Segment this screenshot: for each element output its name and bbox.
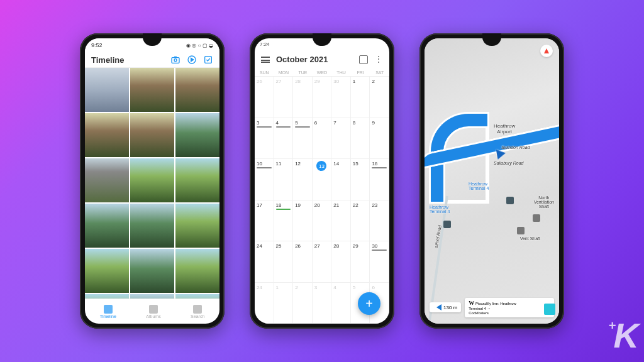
- calendar-day[interactable]: 7: [331, 118, 351, 160]
- play-icon[interactable]: [187, 55, 197, 65]
- search-icon: [193, 305, 202, 314]
- photo-thumbnail[interactable]: [130, 158, 174, 202]
- photo-thumbnail[interactable]: [85, 113, 129, 157]
- albums-icon: [149, 305, 158, 314]
- add-event-button[interactable]: +: [358, 292, 380, 315]
- calendar-day[interactable]: 3: [313, 283, 332, 324]
- distance-badge[interactable]: 130 m: [430, 302, 461, 312]
- calendar-day[interactable]: 5: [293, 118, 313, 160]
- calendar-grid[interactable]: 2627282930123 4 5 678910 111213141516 17…: [255, 77, 389, 324]
- photo-thumbnail[interactable]: [175, 158, 219, 202]
- calendar-day[interactable]: 23: [370, 200, 389, 242]
- status-time: 7:24: [260, 41, 270, 47]
- calendar-day[interactable]: 26: [255, 77, 274, 118]
- nav-search[interactable]: Search: [191, 305, 204, 319]
- calendar-day[interactable]: 13: [313, 159, 332, 200]
- photo-thumbnail[interactable]: [130, 68, 174, 112]
- map-screen[interactable]: HeathrowAirport Swindon Road Salisbury R…: [425, 38, 559, 324]
- calendar-day[interactable]: 29: [351, 241, 370, 283]
- calendar-day[interactable]: 4: [274, 118, 294, 160]
- photo-thumbnail[interactable]: [85, 294, 129, 299]
- calendar-day[interactable]: 10: [255, 159, 274, 200]
- photo-thumbnail[interactable]: [175, 68, 219, 112]
- day-number: 20: [314, 202, 330, 208]
- calendar-day[interactable]: 11: [274, 159, 294, 200]
- photo-thumbnail[interactable]: [175, 249, 219, 293]
- wikipedia-callout[interactable]: W Piccadilly line: HeathrowTerminal 4 →C…: [465, 298, 554, 317]
- building-icon[interactable]: [544, 304, 555, 315]
- photo-thumbnail[interactable]: [130, 204, 174, 248]
- calendar-day[interactable]: 30: [331, 77, 351, 118]
- calendar-day[interactable]: 29: [313, 77, 332, 118]
- photo-thumbnail[interactable]: [85, 249, 129, 293]
- calendar-day[interactable]: 30: [370, 241, 389, 283]
- calendar-day[interactable]: 28: [331, 241, 351, 283]
- nav-albums[interactable]: Albums: [146, 305, 160, 319]
- day-number: 16: [372, 161, 387, 167]
- calendar-day[interactable]: 9: [370, 118, 389, 160]
- calendar-day[interactable]: 26: [293, 241, 313, 283]
- camera-icon[interactable]: [170, 55, 180, 65]
- calendar-day[interactable]: 2: [370, 77, 389, 118]
- photo-thumbnail[interactable]: [175, 204, 219, 248]
- day-number: 6: [314, 120, 330, 126]
- calendar-day[interactable]: 17: [255, 200, 274, 242]
- compass-icon[interactable]: [540, 45, 553, 57]
- calendar-day[interactable]: 12: [293, 159, 313, 200]
- photo-thumbnail[interactable]: [85, 68, 129, 112]
- overflow-icon[interactable]: ⋮: [374, 58, 383, 60]
- calendar-day[interactable]: 22: [351, 200, 370, 242]
- calendar-event[interactable]: [276, 209, 291, 210]
- transit-icon[interactable]: [506, 197, 514, 204]
- map-label-heathrow: HeathrowAirport: [494, 123, 515, 134]
- day-number: 28: [295, 79, 310, 84]
- calendar-day[interactable]: 27: [313, 241, 332, 283]
- calendar-day[interactable]: 14: [331, 159, 351, 200]
- photo-thumbnail[interactable]: [85, 204, 129, 248]
- photo-thumbnail[interactable]: [130, 294, 174, 299]
- nav-timeline[interactable]: Timeline: [100, 305, 116, 319]
- weekday-label: THU: [331, 70, 351, 75]
- calendar-day[interactable]: 4: [331, 283, 351, 324]
- calendar-event[interactable]: [372, 167, 387, 168]
- calendar-day[interactable]: 25: [274, 241, 294, 283]
- poi-icon[interactable]: [517, 227, 525, 234]
- check-icon[interactable]: [203, 55, 213, 65]
- calendar-day[interactable]: 20: [313, 200, 332, 242]
- calendar-event[interactable]: [276, 126, 291, 128]
- calendar-day[interactable]: 19: [293, 200, 313, 242]
- transit-icon[interactable]: [443, 221, 451, 228]
- calendar-event[interactable]: [295, 126, 310, 128]
- calendar-day[interactable]: 16: [370, 159, 389, 200]
- today-icon[interactable]: [359, 55, 368, 64]
- calendar-event[interactable]: [257, 126, 272, 128]
- day-number: 5: [295, 120, 310, 126]
- menu-icon[interactable]: [261, 57, 270, 63]
- timeline-icon: [104, 305, 113, 314]
- calendar-day[interactable]: 24: [255, 241, 274, 283]
- photo-thumbnail[interactable]: [175, 113, 219, 157]
- calendar-event[interactable]: [372, 250, 387, 251]
- photo-thumbnail[interactable]: [175, 294, 219, 299]
- day-number: 5: [353, 285, 368, 290]
- calendar-day[interactable]: 15: [351, 159, 370, 200]
- photo-grid[interactable]: [85, 68, 219, 299]
- calendar-day[interactable]: 2: [293, 283, 313, 324]
- photo-thumbnail[interactable]: [85, 158, 129, 202]
- calendar-day[interactable]: 24: [255, 283, 274, 324]
- calendar-day[interactable]: 6: [313, 118, 332, 160]
- poi-icon[interactable]: [533, 214, 540, 222]
- weekday-label: SUN: [255, 70, 274, 75]
- calendar-day[interactable]: 1: [351, 77, 370, 118]
- calendar-day[interactable]: 18: [274, 200, 294, 242]
- calendar-day[interactable]: 8: [351, 118, 370, 160]
- month-title[interactable]: October 2021: [276, 55, 353, 64]
- calendar-day[interactable]: 28: [293, 77, 313, 118]
- photo-thumbnail[interactable]: [130, 113, 174, 157]
- photo-thumbnail[interactable]: [130, 249, 174, 293]
- calendar-day[interactable]: 1: [274, 283, 294, 324]
- calendar-day[interactable]: 27: [274, 77, 294, 118]
- calendar-day[interactable]: 21: [331, 200, 351, 242]
- calendar-event[interactable]: [257, 167, 272, 168]
- calendar-day[interactable]: 3: [255, 118, 274, 160]
